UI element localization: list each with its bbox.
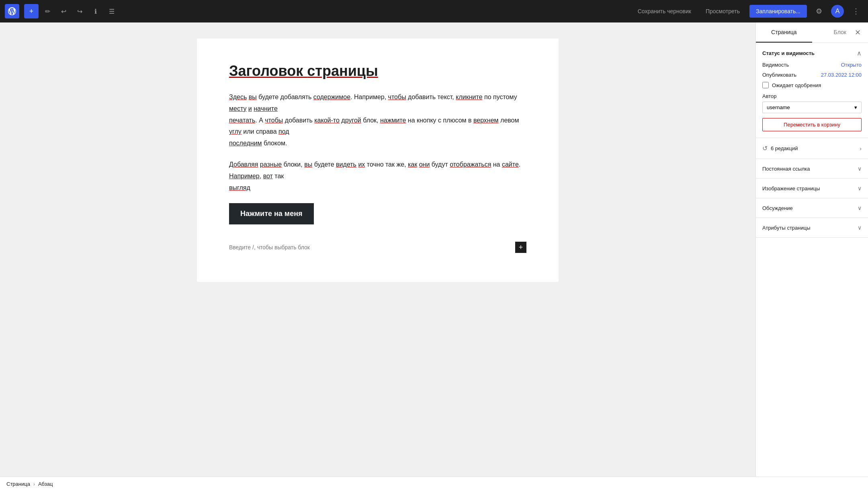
author-section: Автор username ▾ bbox=[762, 93, 862, 113]
content-paragraph-1[interactable]: Здесь вы будете добавлять содержимое. На… bbox=[229, 92, 526, 149]
visibility-row: Видимость Открыто bbox=[762, 62, 862, 68]
page-title[interactable]: Заголовок страницы bbox=[229, 63, 526, 79]
publish-label: Опубликовать bbox=[762, 72, 796, 78]
preview-button[interactable]: Просмотреть bbox=[701, 6, 745, 17]
edit-tool-button[interactable]: ✏ bbox=[40, 4, 55, 18]
awaiting-approval-checkbox[interactable] bbox=[762, 82, 769, 88]
block-inserter-area[interactable]: Введите /, чтобы выбрать блок + bbox=[229, 236, 526, 258]
editor-canvas: Заголовок страницы Здесь вы будете добав… bbox=[197, 39, 559, 282]
visibility-value[interactable]: Открыто bbox=[841, 62, 862, 68]
block-hint-text: Введите /, чтобы выбрать блок bbox=[229, 244, 310, 251]
list-view-button[interactable]: ☰ bbox=[104, 4, 119, 18]
schedule-button[interactable]: Запланировать... bbox=[749, 5, 807, 18]
publish-row: Опубликовать 27.03.2022 12:00 bbox=[762, 72, 862, 78]
underlined-text-1: Здесь bbox=[229, 94, 247, 100]
awaiting-approval-label: Ожидает одобрения bbox=[772, 82, 821, 88]
status-bar: Страница › Абзац bbox=[0, 477, 868, 491]
discussion-chevron-icon: ∨ bbox=[858, 205, 862, 211]
author-select[interactable]: username ▾ bbox=[762, 102, 862, 113]
main-layout: Заголовок страницы Здесь вы будете добав… bbox=[0, 22, 868, 491]
toolbar: + ✏ ↩ ↪ ℹ ☰ Сохранить черновик Просмотре… bbox=[0, 0, 868, 22]
page-attributes-title: Атрибуты страницы bbox=[762, 225, 811, 231]
cta-button[interactable]: Нажмите на меня bbox=[229, 203, 314, 224]
featured-image-section[interactable]: Изображение страницы ∨ bbox=[756, 179, 868, 198]
permalink-title: Постоянная ссылка bbox=[762, 166, 810, 172]
author-dropdown-icon: ▾ bbox=[854, 104, 857, 110]
discussion-section[interactable]: Обсуждение ∨ bbox=[756, 198, 868, 218]
discussion-title: Обсуждение bbox=[762, 205, 793, 211]
content-paragraph-2[interactable]: Добавляя разные блоки, вы будете видеть … bbox=[229, 159, 526, 194]
trash-button[interactable]: Переместить в корзину bbox=[762, 118, 862, 131]
revisions-section[interactable]: ↺ 6 редакций › bbox=[756, 138, 868, 159]
page-title-underlined: страницы bbox=[307, 63, 378, 79]
author-label: Автор bbox=[762, 93, 862, 99]
featured-image-chevron-icon: ∨ bbox=[858, 185, 862, 192]
user-button[interactable]: A bbox=[831, 5, 844, 18]
publish-value[interactable]: 27.03.2022 12:00 bbox=[821, 72, 862, 78]
awaiting-approval-row: Ожидает одобрения bbox=[762, 82, 862, 88]
page-attributes-section[interactable]: Атрибуты страницы ∨ bbox=[756, 218, 868, 238]
sidebar-close-button[interactable]: ✕ bbox=[850, 25, 865, 40]
settings-button[interactable]: ⚙ bbox=[812, 4, 826, 18]
sidebar-header: Страница Блок ✕ bbox=[756, 22, 868, 43]
breadcrumb-block[interactable]: Абзац bbox=[38, 481, 53, 487]
more-options-button[interactable]: ⋮ bbox=[849, 4, 863, 18]
sidebar: Страница Блок ✕ Статус и видимость ∧ Вид… bbox=[755, 22, 868, 491]
breadcrumb-separator: › bbox=[33, 481, 35, 487]
permalink-chevron-icon: ∨ bbox=[858, 165, 862, 172]
toolbar-right: Сохранить черновик Просмотреть Запланиро… bbox=[633, 4, 863, 18]
status-section-title: Статус и видимость bbox=[762, 50, 815, 56]
permalink-section[interactable]: Постоянная ссылка ∨ bbox=[756, 159, 868, 179]
undo-button[interactable]: ↩ bbox=[56, 4, 71, 18]
revisions-text: 6 редакций bbox=[771, 145, 856, 151]
inline-add-block-button[interactable]: + bbox=[515, 242, 526, 253]
save-draft-button[interactable]: Сохранить черновик bbox=[633, 6, 696, 17]
page-attributes-chevron-icon: ∨ bbox=[858, 224, 862, 231]
tab-page[interactable]: Страница bbox=[756, 22, 812, 43]
status-visibility-section: Статус и видимость ∧ Видимость Открыто О… bbox=[756, 43, 868, 138]
wp-logo bbox=[5, 4, 19, 18]
status-toggle-icon: ∧ bbox=[857, 49, 862, 57]
add-block-button[interactable]: + bbox=[24, 4, 39, 18]
page-title-prefix: Заголовок bbox=[229, 63, 307, 79]
info-button[interactable]: ℹ bbox=[88, 4, 103, 18]
wp-logo-icon bbox=[8, 7, 16, 15]
breadcrumb-page[interactable]: Страница bbox=[6, 481, 30, 487]
status-visibility-header[interactable]: Статус и видимость ∧ bbox=[762, 49, 862, 57]
featured-image-title: Изображение страницы bbox=[762, 185, 820, 192]
editor-area: Заголовок страницы Здесь вы будете добав… bbox=[0, 22, 755, 491]
revisions-icon: ↺ bbox=[762, 145, 768, 152]
redo-button[interactable]: ↪ bbox=[72, 4, 87, 18]
revisions-chevron-icon: › bbox=[860, 145, 862, 152]
visibility-label: Видимость bbox=[762, 62, 789, 68]
author-value: username bbox=[767, 104, 790, 110]
